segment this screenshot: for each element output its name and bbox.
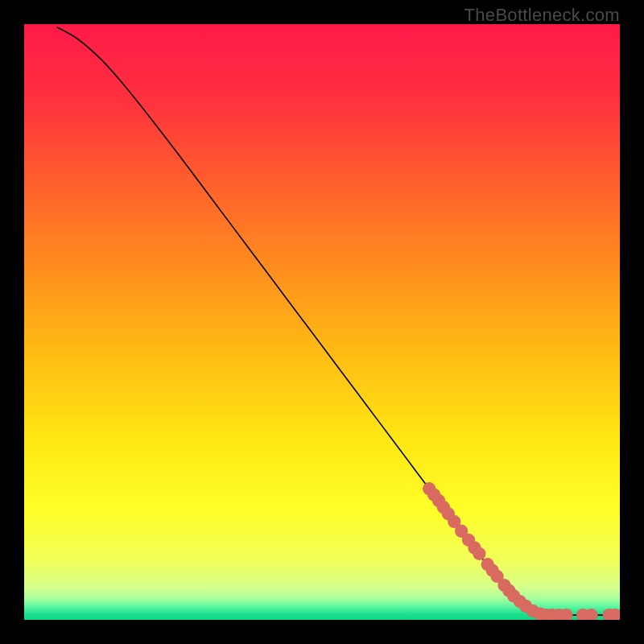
chart-plot — [24, 24, 620, 620]
chart-background — [24, 24, 620, 620]
chart-frame: TheBottleneck.com — [0, 0, 644, 644]
chart-marker — [473, 547, 485, 560]
watermark-text: TheBottleneck.com — [464, 5, 620, 26]
